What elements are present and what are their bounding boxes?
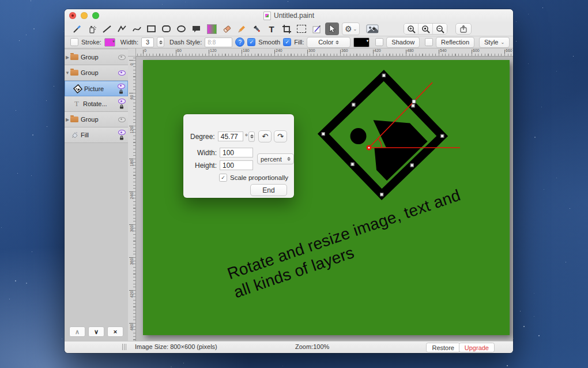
- degree-field[interactable]: 45.77: [218, 132, 243, 141]
- airbrush-tool[interactable]: [249, 22, 264, 35]
- upgrade-button[interactable]: Upgrade: [459, 343, 495, 352]
- ruler-label: 420: [130, 291, 134, 298]
- eraser-tool[interactable]: [219, 22, 234, 35]
- zoom-in-button[interactable]: [404, 24, 419, 34]
- magic-select-tool[interactable]: [309, 22, 324, 35]
- share-button[interactable]: [455, 23, 472, 35]
- dialog-width-field[interactable]: 100: [220, 148, 253, 157]
- disclosure-collapsed-icon[interactable]: ▶: [65, 55, 70, 60]
- visibility-eye-icon[interactable]: [118, 99, 126, 104]
- width-stepper[interactable]: [157, 37, 164, 47]
- layer-order-controls: ∧ ∨ ×: [65, 326, 128, 337]
- layer-row-group-1[interactable]: ▶ Group: [65, 50, 128, 65]
- ruler-label: 300: [308, 48, 315, 52]
- chevron-down-icon: ⌄: [500, 40, 504, 45]
- move-cursor-tool[interactable]: [325, 22, 339, 35]
- stroke-width-field[interactable]: 3: [141, 37, 154, 47]
- rounded-rect-tool[interactable]: [159, 22, 174, 35]
- visibility-eye-icon[interactable]: [118, 55, 126, 60]
- move-layer-up-button[interactable]: ∧: [69, 326, 85, 337]
- end-button[interactable]: End: [250, 184, 287, 196]
- degree-stepper[interactable]: [248, 132, 255, 142]
- restore-button[interactable]: Restore: [426, 343, 460, 352]
- fill-label: Fill:: [294, 39, 304, 46]
- lock-icon[interactable]: [119, 89, 123, 94]
- image-effects-button[interactable]: [365, 23, 380, 35]
- rotate-cw-button[interactable]: ↷: [274, 130, 287, 142]
- fill-checkbox[interactable]: ✓: [283, 38, 291, 46]
- shadow-button[interactable]: Shadow: [386, 37, 420, 48]
- help-button[interactable]: ?: [235, 37, 244, 47]
- layer-row-picture[interactable]: Picture: [65, 81, 128, 96]
- panel-resize-grip[interactable]: [122, 344, 126, 350]
- stroke-checkbox[interactable]: [70, 38, 78, 46]
- fill-color-well[interactable]: [353, 37, 370, 47]
- speech-bubble-tool[interactable]: [189, 22, 204, 35]
- lock-icon[interactable]: [119, 136, 124, 140]
- dialog-height-field[interactable]: 100: [220, 160, 253, 170]
- selection-handle[interactable]: [380, 193, 383, 196]
- tools-toolbar: T ⚙ ⌄: [65, 22, 513, 36]
- ruler-label: 360: [341, 48, 348, 52]
- reflection-checkbox[interactable]: [425, 38, 433, 46]
- layer-row-fill[interactable]: Fill: [65, 127, 128, 143]
- layer-label: Group: [81, 116, 116, 123]
- title-bar[interactable]: Untitled.paint: [65, 9, 513, 22]
- picture-layer[interactable]: [318, 70, 448, 200]
- move-layer-down-button[interactable]: ∨: [88, 326, 104, 337]
- selection-handle[interactable]: [322, 132, 325, 136]
- style-popup[interactable]: Style ⌄: [479, 37, 510, 48]
- selection-handle[interactable]: [382, 74, 386, 77]
- window-title-area: Untitled.paint: [65, 9, 513, 22]
- shadow-checkbox[interactable]: [375, 38, 383, 46]
- settings-menu-button[interactable]: ⚙ ⌄: [342, 22, 360, 35]
- crop-tool[interactable]: [279, 22, 294, 35]
- canvas-text-layer[interactable]: Rotate and resize image, text and all ki…: [225, 186, 469, 303]
- visibility-eye-icon[interactable]: [118, 70, 126, 76]
- scale-proportionally-checkbox[interactable]: ✓: [219, 174, 227, 182]
- document-canvas[interactable]: Rotate and resize image, text and all ki…: [143, 60, 510, 335]
- lock-icon[interactable]: [119, 104, 124, 109]
- unit-popup[interactable]: percent: [257, 153, 294, 164]
- layer-row-group-2[interactable]: ▼ Group: [65, 65, 128, 81]
- ellipse-tool[interactable]: [174, 22, 189, 35]
- pencil-tool[interactable]: [234, 22, 249, 35]
- layer-row-rotate-text[interactable]: T Rotate...: [65, 96, 128, 112]
- fill-type-popup[interactable]: Color: [307, 37, 350, 48]
- delete-layer-button[interactable]: ×: [107, 326, 123, 337]
- canvas-viewport[interactable]: Rotate and resize image, text and all ki…: [136, 57, 513, 341]
- width-label: Width:: [190, 149, 217, 157]
- rotate-resize-dialog[interactable]: Degree: 45.77 ° ↶ ↷ Width: 100 Heig: [183, 114, 294, 198]
- selection-handle[interactable]: [350, 163, 354, 166]
- visibility-eye-icon[interactable]: [118, 130, 126, 135]
- disclosure-expanded-icon[interactable]: ▼: [65, 70, 70, 76]
- stroke-color-well[interactable]: [104, 38, 115, 47]
- zoom-actual-size-button[interactable]: [419, 24, 433, 34]
- gear-icon: ⚙: [345, 25, 352, 33]
- polyline-tool[interactable]: [114, 22, 129, 35]
- selection-handle[interactable]: [412, 104, 415, 107]
- stepper-up-icon: [159, 40, 163, 42]
- text-tool[interactable]: T: [264, 22, 279, 35]
- layer-label: Picture: [84, 85, 116, 92]
- selection-handle[interactable]: [410, 164, 414, 167]
- spray-tool[interactable]: [84, 22, 99, 35]
- curve-tool[interactable]: [129, 22, 144, 35]
- gradient-tool[interactable]: [204, 22, 219, 35]
- disclosure-collapsed-icon[interactable]: ▶: [65, 117, 70, 122]
- rotate-ccw-button[interactable]: ↶: [258, 130, 272, 142]
- rectangle-tool[interactable]: [144, 22, 159, 35]
- marquee-select-tool[interactable]: [294, 22, 309, 35]
- line-tool[interactable]: [99, 22, 114, 35]
- reflection-button[interactable]: Reflection: [436, 37, 474, 48]
- selection-handle[interactable]: [440, 134, 444, 138]
- visibility-eye-icon[interactable]: [118, 117, 126, 122]
- zoom-out-button[interactable]: [433, 24, 447, 34]
- dash-style-field[interactable]: 8:8: [205, 37, 232, 47]
- smooth-checkbox[interactable]: ✓: [247, 38, 255, 46]
- layer-row-group-3[interactable]: ▶ Group: [65, 112, 128, 127]
- marquee-icon: [297, 25, 306, 33]
- selection-handle[interactable]: [352, 103, 355, 106]
- brush-tool[interactable]: [69, 22, 84, 35]
- visibility-eye-icon[interactable]: [118, 84, 125, 89]
